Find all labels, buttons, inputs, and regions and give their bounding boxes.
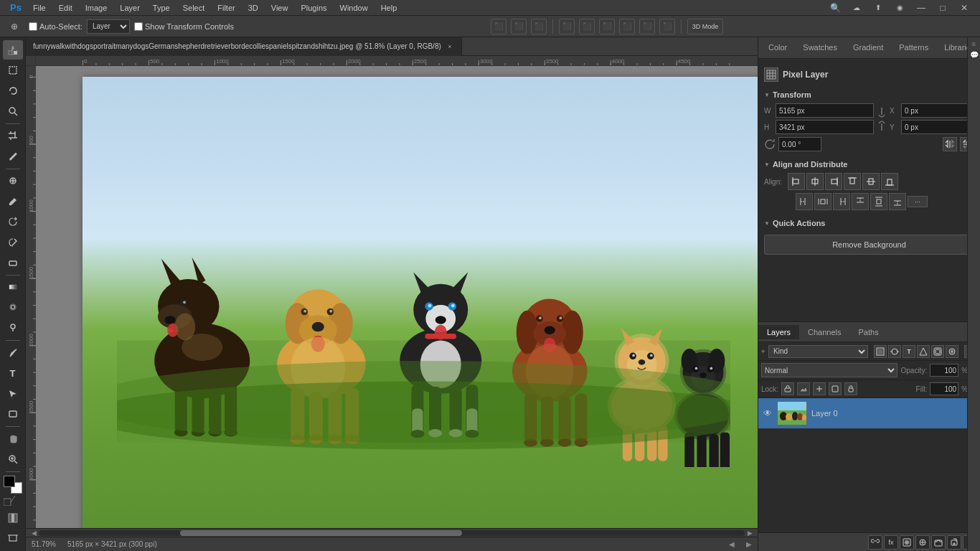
dist-bottom-btn[interactable] (889, 193, 906, 210)
maximize-icon[interactable]: □ (933, 0, 953, 18)
filter-smart-btn[interactable] (931, 345, 944, 358)
minimize-icon[interactable]: — (911, 0, 931, 18)
close-icon[interactable]: ✕ (954, 0, 974, 18)
filter-shape-btn[interactable] (917, 345, 930, 358)
link-icon[interactable] (876, 108, 887, 131)
crop-tool[interactable] (3, 126, 23, 146)
lock-all-btn[interactable] (844, 382, 857, 395)
status-arrow-left[interactable]: ◀ (729, 540, 735, 548)
document-tab[interactable]: funnywalkwithdogsportraitmanydogsGermans… (26, 37, 462, 56)
new-fill-btn[interactable] (915, 535, 930, 550)
zoom-tool[interactable] (3, 449, 23, 468)
path-select-tool[interactable] (3, 384, 23, 403)
add-style-btn[interactable]: fx (884, 535, 898, 550)
width-input[interactable] (776, 103, 874, 118)
lock-position-btn[interactable] (813, 382, 826, 395)
align-right-btn[interactable]: ⬛ (531, 19, 547, 34)
filter-type-btn[interactable]: T (903, 345, 915, 358)
menu-filter[interactable]: Filter (212, 2, 240, 14)
channels-tab[interactable]: Channels (799, 325, 849, 339)
layer-item[interactable]: 👁 (758, 398, 980, 429)
dodge-tool[interactable] (3, 319, 23, 338)
gradient-tool[interactable] (3, 278, 23, 297)
align-right-btn[interactable] (825, 173, 842, 190)
move-tool[interactable] (3, 40, 23, 60)
lasso-tool[interactable] (3, 81, 23, 100)
rotation-input[interactable] (778, 137, 821, 151)
shape-tool[interactable] (3, 404, 23, 423)
tab-gradient[interactable]: Gradient (846, 40, 890, 56)
dist-more-btn[interactable]: ⬛ (659, 19, 675, 34)
foreground-color-swatch[interactable] (4, 476, 15, 487)
user-icon[interactable]: ◉ (890, 0, 910, 18)
new-group-btn[interactable] (931, 535, 946, 550)
align-left-btn[interactable]: ⬛ (491, 19, 507, 34)
ps-logo[interactable]: Ps (6, 0, 26, 18)
clone-stamp-tool[interactable] (3, 212, 23, 231)
menu-select[interactable]: Select (177, 2, 211, 14)
link-layers-btn[interactable] (868, 535, 882, 550)
brush-tool[interactable] (3, 192, 23, 211)
horizontal-scrollbar[interactable]: ◀ ▶ (26, 528, 758, 537)
history-brush-tool[interactable] (3, 232, 23, 252)
quick-select-tool[interactable] (3, 101, 23, 121)
dist-middle-btn[interactable] (870, 193, 887, 210)
tab-patterns[interactable]: Patterns (892, 40, 936, 56)
eyedropper-tool[interactable] (3, 146, 23, 166)
cloud-icon[interactable]: ☁ (847, 0, 867, 18)
dist-center-btn[interactable] (814, 193, 831, 210)
paths-tab[interactable]: Paths (850, 325, 887, 339)
dist-top-btn[interactable] (852, 193, 869, 210)
dist-h-btn[interactable]: ⬛ (619, 19, 635, 34)
align-bottom-btn[interactable]: ⬛ (599, 19, 615, 34)
align-top-btn[interactable] (844, 173, 861, 190)
remove-background-btn[interactable]: Remove Background (764, 235, 974, 255)
quick-actions-header[interactable]: ▼ Quick Actions (764, 219, 974, 227)
lock-transparent-btn[interactable] (781, 382, 794, 395)
layers-tab[interactable]: Layers (758, 325, 799, 339)
healing-tool[interactable] (3, 171, 23, 191)
tab-color[interactable]: Color (761, 40, 794, 56)
screen-mode-btn[interactable] (3, 529, 23, 548)
align-top-btn[interactable]: ⬛ (559, 19, 575, 34)
3d-mode-btn[interactable]: 3D Mode (687, 19, 723, 34)
kind-select[interactable]: Kind Name Effect Mode Attribute Color Sm… (768, 345, 868, 358)
transform-header[interactable]: ▼ Transform (764, 90, 974, 99)
opacity-input[interactable] (930, 364, 958, 377)
blur-tool[interactable] (3, 298, 23, 317)
show-transform-checkbox[interactable] (134, 22, 143, 31)
type-tool[interactable]: T (3, 364, 23, 383)
scroll-right-arrow[interactable]: ▶ (745, 529, 755, 537)
align-middle-btn[interactable]: ⬛ (579, 19, 595, 34)
align-middle-btn[interactable] (862, 173, 880, 190)
new-layer-btn[interactable] (947, 535, 961, 550)
pen-tool[interactable] (3, 343, 23, 362)
layer-visibility-toggle[interactable]: 👁 (763, 408, 773, 418)
blend-mode-select[interactable]: Normal Dissolve Multiply Screen Overlay (761, 363, 897, 377)
eraser-tool[interactable] (3, 253, 23, 272)
menu-3d[interactable]: 3D (242, 2, 264, 14)
status-arrow-right[interactable]: ▶ (746, 540, 752, 548)
scroll-left-arrow[interactable]: ◀ (29, 529, 39, 537)
height-input[interactable] (776, 120, 874, 134)
align-bottom-btn[interactable] (881, 173, 898, 190)
dist-left-btn[interactable] (796, 193, 813, 210)
align-header[interactable]: ▼ Align and Distribute (764, 160, 974, 169)
auto-select-select[interactable]: Layer Group (87, 19, 130, 34)
menu-window[interactable]: Window (334, 2, 374, 14)
scroll-thumb-h[interactable] (180, 530, 463, 536)
menu-view[interactable]: View (265, 2, 294, 14)
tab-close-btn[interactable]: × (446, 42, 454, 51)
quick-mask-tool[interactable] (3, 508, 23, 527)
hand-tool[interactable] (3, 429, 23, 448)
auto-select-checkbox[interactable] (29, 22, 37, 31)
dist-right-btn[interactable] (833, 193, 850, 210)
menu-file[interactable]: File (27, 2, 52, 14)
menu-plugins[interactable]: Plugins (295, 2, 332, 14)
menu-edit[interactable]: Edit (53, 2, 78, 14)
scroll-track-h[interactable] (39, 530, 745, 536)
color-swatches[interactable] (4, 476, 22, 494)
lock-artboard-btn[interactable] (829, 382, 842, 395)
flip-h-btn[interactable] (943, 137, 957, 151)
menu-image[interactable]: Image (80, 2, 113, 14)
